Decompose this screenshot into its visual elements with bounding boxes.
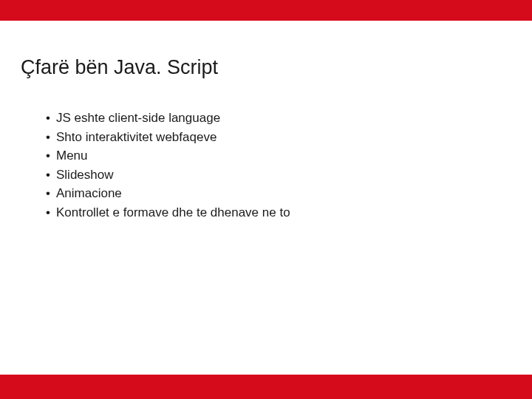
list-item: Menu <box>46 146 511 166</box>
list-item: Animacione <box>46 184 511 203</box>
slide-content: Çfarë bën Java. Script JS eshte client-s… <box>0 21 532 222</box>
list-item: Shto interaktivitet webfaqeve <box>46 128 511 147</box>
bullet-list: JS eshte client-side language Shto inter… <box>21 109 511 222</box>
list-item: Slideshow <box>46 166 511 185</box>
bottom-accent-bar <box>0 375 532 399</box>
list-item: Kontrollet e formave dhe te dhenave ne t… <box>46 203 511 222</box>
top-accent-bar <box>0 0 532 21</box>
slide-title: Çfarë bën Java. Script <box>21 56 511 79</box>
list-item: JS eshte client-side language <box>46 109 511 128</box>
